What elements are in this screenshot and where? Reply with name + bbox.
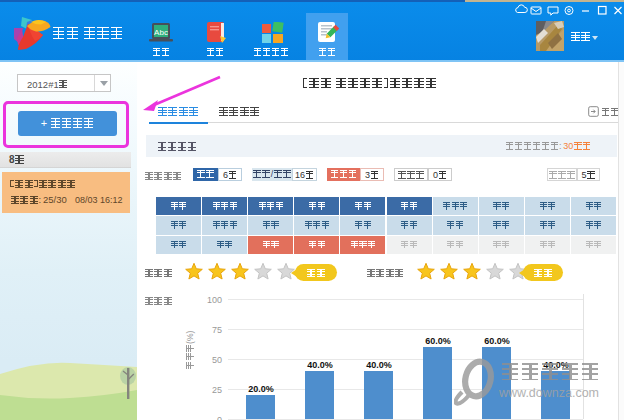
svg-text:Abc: Abc (154, 28, 168, 37)
